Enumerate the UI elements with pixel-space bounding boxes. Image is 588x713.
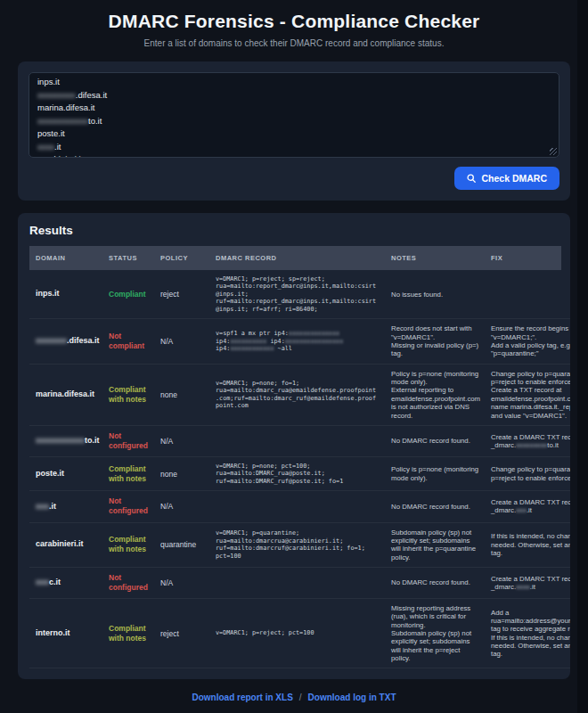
table-row: xxxxxxxxxxxto.itNot configuredN/ANo DMAR… [29,426,570,457]
domain-cell: xxx.it [29,496,102,518]
column-header: NOTES [385,246,485,270]
redacted-text: xxxxxxxxx [37,90,76,100]
table-row: interno.itCompliant with notesrejectv=DM… [29,599,570,668]
redacted-text: xxxx [516,583,530,591]
fix-line: tag. [491,650,570,658]
redacted-text: xxxxxxxxx [516,441,547,449]
record-cell: v=DMARC1; p=reject; pct=100 [209,624,385,642]
domain-cell: inps.it [29,283,102,305]
notes-cell: Policy is p=none (monitoring mode only).… [385,365,485,425]
results-heading: Results [29,224,570,237]
note-line: Subdomain policy (sp) not explicitly set… [391,629,479,662]
fix-cell: If this is intended, no change isneeded.… [485,527,570,562]
fix-line: rua=mailto:address@yourdomain [491,617,570,625]
redacted-text: xxxx [37,142,54,152]
notes-cell: No DMARC record found. [385,497,485,516]
fix-line: needed. Otherwise, set an explicit sp= [491,541,570,549]
policy-cell: none [154,385,209,405]
fix-line: "p=quarantine;" [491,349,570,357]
note-line: No DMARC record found. [391,503,479,511]
column-header: POLICY [154,246,209,270]
table-header-row: DOMAINSTATUSPOLICYDMARC RECORDNOTESFIX [29,246,561,270]
note-line: Policy is p=none (monitoring mode only). [391,370,479,387]
fix-cell: Add arua=mailto:address@yourdomaintag to… [485,603,570,664]
notes-cell: Missing reporting address (rua), which i… [385,599,485,668]
status-badge: Compliant with notes [102,619,154,649]
fix-line: Add a [491,609,570,617]
redacted-text: xxx [36,502,49,511]
fix-cell: Create a DMARC TXT record at_dmarc.xxxx.… [485,570,570,597]
domain-line: carabinieri.it [37,153,551,158]
redacted-text: xxxxxxxxxxxx [37,116,88,126]
table-row: marina.difesa.itCompliant with notesnone… [29,365,570,426]
status-badge: Not configured [102,491,154,521]
download-xls-link[interactable]: Download report in XLS [192,693,292,702]
download-txt-link[interactable]: Download log in TXT [308,693,396,702]
resize-handle-icon[interactable] [550,148,557,155]
fix-cell [485,289,570,299]
domain-line: xxxx.it [37,141,551,154]
fix-line: needed. Otherwise, set an explicit sp= [491,642,570,650]
status-badge: Compliant [102,284,154,305]
fix-cell: Ensure the record begins with"v=DMARC1;"… [485,319,570,363]
column-header: STATUS [102,246,154,270]
check-dmarc-label: Check DMARC [481,173,547,184]
domain-cell: poste.it [29,463,102,485]
fix-cell: Create a DMARC TXT record at_dmarc.xxxxx… [485,428,570,455]
note-line: No DMARC record found. [391,578,479,586]
check-dmarc-button[interactable]: Check DMARC [454,167,559,190]
domain-cell: interno.it [29,623,102,644]
policy-cell: reject [154,624,209,643]
download-links: Download report in XLS/Download log in T… [0,693,588,702]
fix-line: p=reject to enable enforcement. [491,474,570,482]
status-badge: Compliant with notes [102,459,154,489]
domain-cell: xxxxxxx.difesa.it [29,331,102,352]
page-subtitle: Enter a list of domains to check their D… [0,38,588,48]
domain-line: inps.it [37,76,551,89]
note-line: Missing reporting address (rua), which i… [391,604,479,629]
record-cell [209,436,385,447]
notes-cell: Subdomain policy (sp) not explicitly set… [385,523,485,567]
note-line: No issues found. [391,291,479,299]
table-row: xxx.itNot configuredN/ANo DMARC record f… [29,491,570,522]
results-card: Results DOMAINSTATUSPOLICYDMARC RECORDNO… [18,213,570,679]
domain-cell: xxxc.it [29,572,102,594]
fix-cell: Change policy to p=quarantine orp=reject… [485,365,570,425]
column-header: FIX [485,246,570,270]
note-line: External reporting to emaildefense.proof… [391,386,479,419]
fix-line: Create a DMARC TXT record at [491,498,570,506]
status-badge: Not configured [102,568,154,598]
fix-line: Ensure the record begins with [491,324,570,332]
fix-line: p=reject to enable enforcement. [491,378,570,386]
record-cell [209,501,385,512]
fix-line: name marina.difesa.it._report [491,403,570,411]
fix-line: Change policy to p=quarantine or [491,370,570,378]
notes-cell: Policy is p=none (monitoring mode only). [385,460,485,488]
fix-line: Create a TXT record at [491,386,570,394]
fix-line: Create a DMARC TXT record at [491,433,570,441]
fix-line: "v=DMARC1;". [491,333,570,341]
fix-line: _dmarc.xxxxxxxxxto.it [491,441,570,449]
notes-cell: No issues found. [385,285,485,304]
search-icon [467,174,476,183]
notes-cell: Record does not start with "v=DMARC1".Mi… [385,319,485,363]
scrollbar-track[interactable] [577,0,588,713]
fix-line: and value "v=DMARC1". [491,412,570,420]
domains-input[interactable]: inps.itxxxxxxxxx.difesa.itmarina.difesa.… [29,72,559,158]
domain-line: marina.difesa.it [37,102,551,115]
input-card: inps.itxxxxxxxxx.difesa.itmarina.difesa.… [18,61,570,201]
policy-cell: N/A [154,332,209,351]
fix-line: Add a valid policy tag, e.g., [491,341,570,349]
redacted-text: xxxxxxxxxxx [36,436,85,445]
redacted-text: xxxxxxx [36,336,67,345]
redacted-text: xxxxxxxxxxxxxx [289,330,339,337]
note-line: Subdomain policy (sp) not explicitly set… [391,529,479,561]
record-cell: v=DMARC1; p=quarantine; rua=mailto:dmarc… [209,524,385,565]
page: DMARC Forensics - Compliance Checker Ent… [0,0,588,713]
fix-cell: Change policy to p=quarantine orp=reject… [485,460,570,488]
domain-line: poste.it [37,127,551,141]
note-line: Missing or invalid policy (p=) tag. [391,341,479,358]
status-badge: Compliant with notes [102,380,154,410]
record-cell: v=DMARC1; p=none; pct=100; rua=mailto:DM… [209,457,385,490]
button-row: Check DMARC [29,167,559,190]
